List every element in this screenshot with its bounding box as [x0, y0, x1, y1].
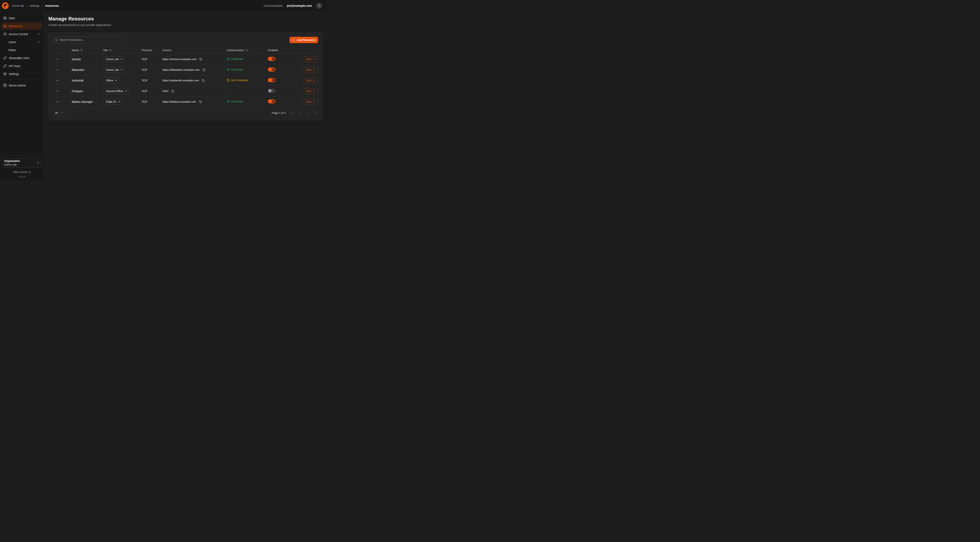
sidebar-item-server-admin[interactable]: Server Admin: [2, 82, 42, 89]
sidebar-item-label: API Keys: [9, 64, 21, 68]
copy-access-button[interactable]: [202, 68, 206, 72]
ellipsis-icon: [56, 100, 59, 104]
copy-icon: [172, 90, 174, 92]
page-size-select[interactable]: 20: [53, 110, 65, 116]
enabled-toggle[interactable]: [268, 67, 275, 72]
access-value[interactable]: https://authentik.example.com: [162, 79, 199, 82]
copy-access-button[interactable]: [201, 78, 205, 83]
documentation-link[interactable]: Documentation: [264, 4, 283, 7]
resource-name: Battery Manager: [72, 100, 103, 104]
chevron-down-icon: [37, 32, 40, 35]
protocol-value: TCP: [142, 89, 162, 93]
toggle-knob: [272, 68, 275, 71]
search-icon: [55, 38, 58, 41]
open-source-link[interactable]: Open Source: [2, 171, 42, 174]
pagination-first-button[interactable]: [290, 110, 296, 116]
shield-check-icon: [227, 57, 230, 61]
column-header-enabled: Enabled: [268, 49, 296, 52]
pagination-controls: [290, 110, 318, 116]
sidebar-item-shareable-links[interactable]: Shareable Links: [2, 54, 42, 62]
breadcrumb-settings[interactable]: settings: [30, 4, 40, 7]
edit-label: Edit: [307, 79, 311, 82]
column-header-authentication[interactable]: Authentication: [227, 49, 268, 52]
edit-label: Edit: [307, 100, 311, 103]
site-link-button[interactable]: Home Lab: [103, 67, 126, 73]
pagination-last-button[interactable]: [312, 110, 318, 116]
copy-access-button[interactable]: [199, 57, 203, 62]
sidebar-item-resources[interactable]: Resources: [2, 22, 42, 30]
resources-card: Add Resource Name Site Protocol A: [48, 32, 322, 120]
row-actions-menu-button[interactable]: [54, 56, 60, 62]
access-value[interactable]: https://immich.example.com: [162, 57, 197, 61]
enabled-toggle[interactable]: [268, 78, 275, 82]
sidebar-item-label: Sites: [9, 16, 15, 20]
copy-icon: [202, 79, 205, 82]
app-logo[interactable]: [2, 2, 9, 9]
app-version: v1.3.0: [2, 175, 42, 178]
site-link-button[interactable]: Second Office: [103, 88, 130, 94]
breadcrumb-org[interactable]: home-lab: [12, 4, 24, 7]
sidebar-item-label: Roles: [9, 48, 16, 52]
table-row: Bitwarden Home Lab TCP https://bitwarden…: [53, 64, 318, 75]
avatar[interactable]: J: [316, 3, 322, 9]
sidebar-item-roles[interactable]: Roles: [2, 46, 42, 54]
site-name: Office: [106, 79, 113, 82]
edit-button[interactable]: Edit: [304, 56, 318, 62]
sidebar-item-sites[interactable]: Sites: [2, 14, 42, 22]
gear-icon: [3, 72, 7, 76]
sort-arrows-icon: [109, 49, 112, 51]
sidebar-item-label: Server Admin: [9, 84, 26, 87]
row-actions-menu-button[interactable]: [54, 88, 60, 94]
waypoints-icon: [3, 24, 7, 28]
arrow-up-right-icon: [120, 69, 123, 71]
copy-access-button[interactable]: [198, 99, 203, 104]
edit-button[interactable]: Edit: [304, 67, 318, 73]
sidebar-item-access-control[interactable]: Access Control: [2, 30, 42, 38]
column-header-name[interactable]: Name: [72, 49, 103, 52]
resource-name: Bitwarden: [72, 68, 103, 72]
sidebar-item-settings[interactable]: Settings: [2, 70, 42, 78]
chevrons-up-down-icon: [37, 161, 40, 164]
column-header-label: Authentication: [227, 49, 244, 52]
access-value[interactable]: https://bitwarden.example.com: [162, 68, 200, 71]
row-actions-menu-button[interactable]: [54, 78, 60, 84]
toggle-knob: [272, 78, 275, 82]
add-resource-button[interactable]: Add Resource: [290, 37, 318, 43]
auth-status-badge: -: [227, 90, 228, 93]
enabled-toggle[interactable]: [268, 57, 275, 61]
copy-access-button[interactable]: [170, 89, 175, 93]
table-header-row: Name Site Protocol Access Authentication…: [53, 46, 318, 54]
auth-status-badge: Protected: [227, 68, 243, 71]
site-link-button[interactable]: Edge 01: [103, 99, 123, 105]
site-link-button[interactable]: Office: [103, 78, 120, 83]
edit-button[interactable]: Edit: [304, 99, 318, 105]
breadcrumb-separator: >: [41, 4, 43, 7]
pagination-next-button[interactable]: [305, 110, 310, 116]
organization-selector-title: Organization: [4, 159, 20, 163]
enabled-toggle[interactable]: [268, 89, 275, 93]
column-header-label: Access: [162, 49, 172, 52]
site-name: Second Office: [106, 89, 123, 92]
sidebar-item-users[interactable]: Users: [2, 38, 42, 46]
sidebar-bottom: Organization Home Lab Open Source v1.3.0: [0, 155, 44, 178]
sidebar-item-api-keys[interactable]: API Keys: [2, 62, 42, 70]
chevron-left-icon: [299, 112, 301, 114]
search-input[interactable]: [60, 38, 119, 41]
copy-icon: [199, 100, 202, 103]
pagination-prev-button[interactable]: [297, 110, 303, 116]
breadcrumb-resources-current: resources: [45, 4, 59, 7]
enabled-toggle[interactable]: [268, 99, 275, 104]
edit-button[interactable]: Edit: [304, 88, 318, 94]
edit-button[interactable]: Edit: [304, 78, 318, 83]
row-actions-menu-button[interactable]: [54, 99, 60, 105]
row-actions-menu-button[interactable]: [54, 67, 60, 73]
column-header-site[interactable]: Site: [103, 49, 142, 52]
organization-selector[interactable]: Organization Home Lab: [2, 158, 42, 167]
access-value[interactable]: https://battery.example.com: [162, 100, 196, 103]
ellipsis-icon: [56, 68, 59, 72]
chevrons-right-icon: [314, 112, 317, 114]
arrow-up-right-icon: [118, 100, 120, 103]
user-email: joe@example.com: [287, 4, 312, 7]
table-footer: 20 Page 1 of 1: [53, 110, 318, 116]
site-link-button[interactable]: Home Lab: [103, 56, 126, 62]
